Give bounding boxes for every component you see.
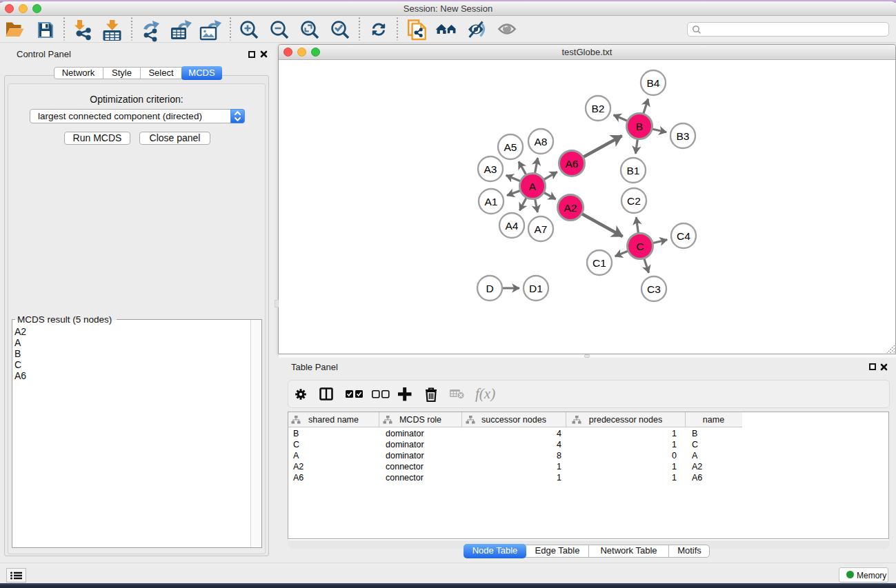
svg-text:C3: C3 xyxy=(647,283,661,295)
svg-text:D1: D1 xyxy=(529,283,543,294)
svg-text:B4: B4 xyxy=(647,77,660,89)
svg-text:D: D xyxy=(486,283,493,294)
svg-text:A2: A2 xyxy=(564,202,577,214)
svg-text:A3: A3 xyxy=(484,163,497,175)
svg-text:B2: B2 xyxy=(592,103,605,114)
svg-text:f(x): f(x) xyxy=(475,385,495,402)
svg-text:A7: A7 xyxy=(535,223,548,235)
svg-text:C2: C2 xyxy=(627,195,641,207)
svg-text:B: B xyxy=(636,121,643,132)
svg-text:A8: A8 xyxy=(535,136,548,148)
svg-text:A5: A5 xyxy=(504,141,517,153)
svg-text:A1: A1 xyxy=(485,196,498,207)
svg-text:C1: C1 xyxy=(593,257,606,269)
svg-text:C4: C4 xyxy=(677,230,690,242)
svg-text:B3: B3 xyxy=(677,130,690,142)
svg-text:C: C xyxy=(636,241,644,252)
svg-text:A6: A6 xyxy=(566,158,579,170)
svg-text:A4: A4 xyxy=(506,220,519,232)
svg-text:B1: B1 xyxy=(627,165,640,176)
svg-text:A: A xyxy=(529,181,537,192)
